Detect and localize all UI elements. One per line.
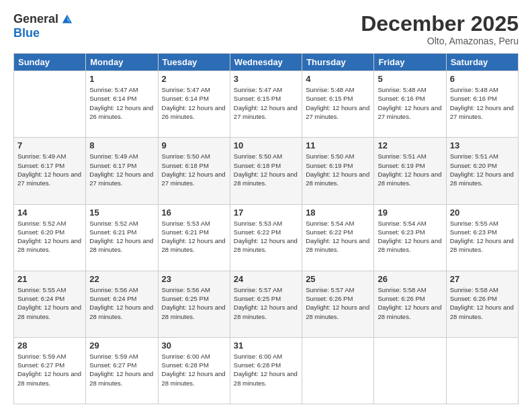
day-info: Sunrise: 5:51 AM Sunset: 6:19 PM Dayligh… (378, 152, 442, 187)
day-number: 11 (306, 140, 370, 150)
day-info: Sunrise: 5:51 AM Sunset: 6:20 PM Dayligh… (450, 152, 515, 187)
day-info: Sunrise: 5:47 AM Sunset: 6:15 PM Dayligh… (234, 85, 298, 121)
col-sunday: Sunday (14, 54, 86, 71)
day-cell: 29Sunrise: 5:59 AM Sunset: 6:27 PM Dayli… (86, 337, 158, 404)
col-friday: Friday (374, 54, 446, 71)
day-number: 23 (162, 274, 226, 284)
day-number: 20 (450, 208, 515, 218)
header: General Blue December 2025 Olto, Amazona… (13, 12, 519, 46)
day-number: 27 (450, 274, 515, 284)
day-info: Sunrise: 5:58 AM Sunset: 6:26 PM Dayligh… (450, 285, 515, 321)
day-number: 10 (234, 140, 298, 150)
day-number: 5 (378, 74, 442, 84)
week-row-3: 14Sunrise: 5:52 AM Sunset: 6:20 PM Dayli… (14, 204, 519, 271)
day-cell: 8Sunrise: 5:49 AM Sunset: 6:17 PM Daylig… (86, 138, 158, 204)
day-cell: 3Sunrise: 5:47 AM Sunset: 6:15 PM Daylig… (230, 71, 302, 138)
day-cell: 17Sunrise: 5:53 AM Sunset: 6:22 PM Dayli… (230, 204, 302, 271)
title-section: December 2025 Olto, Amazonas, Peru (361, 12, 519, 46)
day-info: Sunrise: 5:55 AM Sunset: 6:24 PM Dayligh… (17, 285, 82, 321)
day-cell: 1Sunrise: 5:47 AM Sunset: 6:14 PM Daylig… (86, 71, 158, 138)
day-info: Sunrise: 5:53 AM Sunset: 6:22 PM Dayligh… (234, 219, 298, 255)
day-info: Sunrise: 5:56 AM Sunset: 6:25 PM Dayligh… (162, 285, 226, 321)
day-cell: 26Sunrise: 5:58 AM Sunset: 6:26 PM Dayli… (374, 271, 446, 337)
day-cell: 7Sunrise: 5:49 AM Sunset: 6:17 PM Daylig… (14, 138, 86, 204)
day-cell: 12Sunrise: 5:51 AM Sunset: 6:19 PM Dayli… (374, 138, 446, 204)
day-info: Sunrise: 5:50 AM Sunset: 6:18 PM Dayligh… (234, 152, 298, 187)
logo: General Blue (13, 12, 73, 40)
day-cell: 4Sunrise: 5:48 AM Sunset: 6:15 PM Daylig… (302, 71, 374, 138)
day-info: Sunrise: 5:55 AM Sunset: 6:23 PM Dayligh… (450, 219, 515, 255)
day-cell: 5Sunrise: 5:48 AM Sunset: 6:16 PM Daylig… (374, 71, 446, 138)
day-number: 7 (17, 140, 82, 150)
day-info: Sunrise: 5:49 AM Sunset: 6:17 PM Dayligh… (17, 152, 82, 187)
day-number: 29 (89, 340, 154, 351)
day-cell (446, 337, 518, 404)
day-cell: 13Sunrise: 5:51 AM Sunset: 6:20 PM Dayli… (446, 138, 518, 204)
day-number: 15 (89, 208, 154, 218)
day-cell: 25Sunrise: 5:57 AM Sunset: 6:26 PM Dayli… (302, 271, 374, 337)
day-cell: 14Sunrise: 5:52 AM Sunset: 6:20 PM Dayli… (14, 204, 86, 271)
day-cell: 21Sunrise: 5:55 AM Sunset: 6:24 PM Dayli… (14, 271, 86, 337)
day-number: 14 (17, 208, 82, 218)
day-cell (374, 337, 446, 404)
day-number: 18 (306, 208, 370, 218)
logo-blue-text: Blue (13, 26, 40, 40)
day-info: Sunrise: 5:48 AM Sunset: 6:15 PM Dayligh… (306, 85, 370, 121)
day-number: 25 (306, 274, 370, 284)
day-number: 16 (162, 208, 226, 218)
calendar-table: Sunday Monday Tuesday Wednesday Thursday… (13, 53, 519, 404)
day-number: 30 (162, 340, 226, 351)
day-cell: 24Sunrise: 5:57 AM Sunset: 6:25 PM Dayli… (230, 271, 302, 337)
col-saturday: Saturday (446, 54, 518, 71)
day-cell: 28Sunrise: 5:59 AM Sunset: 6:27 PM Dayli… (14, 337, 86, 404)
day-info: Sunrise: 5:52 AM Sunset: 6:20 PM Dayligh… (17, 219, 82, 255)
col-thursday: Thursday (302, 54, 374, 71)
day-cell: 11Sunrise: 5:50 AM Sunset: 6:19 PM Dayli… (302, 138, 374, 204)
day-cell: 27Sunrise: 5:58 AM Sunset: 6:26 PM Dayli… (446, 271, 518, 337)
day-cell: 18Sunrise: 5:54 AM Sunset: 6:22 PM Dayli… (302, 204, 374, 271)
day-info: Sunrise: 5:48 AM Sunset: 6:16 PM Dayligh… (378, 85, 442, 121)
day-info: Sunrise: 5:54 AM Sunset: 6:23 PM Dayligh… (378, 219, 442, 255)
week-row-1: 1Sunrise: 5:47 AM Sunset: 6:14 PM Daylig… (14, 71, 519, 138)
day-number: 24 (234, 274, 298, 284)
day-number: 8 (89, 140, 154, 150)
day-cell: 20Sunrise: 5:55 AM Sunset: 6:23 PM Dayli… (446, 204, 518, 271)
day-info: Sunrise: 5:57 AM Sunset: 6:25 PM Dayligh… (234, 285, 298, 321)
day-number: 4 (306, 74, 370, 84)
day-info: Sunrise: 5:56 AM Sunset: 6:24 PM Dayligh… (89, 285, 154, 321)
col-wednesday: Wednesday (230, 54, 302, 71)
col-tuesday: Tuesday (158, 54, 230, 71)
day-info: Sunrise: 5:47 AM Sunset: 6:14 PM Dayligh… (89, 85, 154, 121)
logo-icon (61, 13, 73, 26)
day-info: Sunrise: 5:54 AM Sunset: 6:22 PM Dayligh… (306, 219, 370, 255)
day-cell: 2Sunrise: 5:47 AM Sunset: 6:14 PM Daylig… (158, 71, 230, 138)
day-info: Sunrise: 5:50 AM Sunset: 6:18 PM Dayligh… (162, 152, 226, 187)
day-cell: 6Sunrise: 5:48 AM Sunset: 6:16 PM Daylig… (446, 71, 518, 138)
day-number: 3 (234, 74, 298, 84)
day-info: Sunrise: 5:50 AM Sunset: 6:19 PM Dayligh… (306, 152, 370, 187)
day-number: 28 (17, 340, 82, 351)
day-number: 6 (450, 74, 515, 84)
day-cell (14, 71, 86, 138)
day-cell: 10Sunrise: 5:50 AM Sunset: 6:18 PM Dayli… (230, 138, 302, 204)
location-subtitle: Olto, Amazonas, Peru (361, 36, 519, 46)
logo-general-text: General (13, 12, 58, 26)
day-number: 17 (234, 208, 298, 218)
day-info: Sunrise: 6:00 AM Sunset: 6:28 PM Dayligh… (234, 352, 298, 387)
day-cell: 16Sunrise: 5:53 AM Sunset: 6:21 PM Dayli… (158, 204, 230, 271)
day-info: Sunrise: 5:49 AM Sunset: 6:17 PM Dayligh… (89, 152, 154, 187)
day-info: Sunrise: 5:53 AM Sunset: 6:21 PM Dayligh… (162, 219, 226, 255)
day-number: 13 (450, 140, 515, 150)
day-cell: 31Sunrise: 6:00 AM Sunset: 6:28 PM Dayli… (230, 337, 302, 404)
col-monday: Monday (86, 54, 158, 71)
week-row-4: 21Sunrise: 5:55 AM Sunset: 6:24 PM Dayli… (14, 271, 519, 337)
day-number: 21 (17, 274, 82, 284)
day-number: 19 (378, 208, 442, 218)
day-info: Sunrise: 5:57 AM Sunset: 6:26 PM Dayligh… (306, 285, 370, 321)
day-info: Sunrise: 5:59 AM Sunset: 6:27 PM Dayligh… (89, 352, 154, 387)
day-cell: 9Sunrise: 5:50 AM Sunset: 6:18 PM Daylig… (158, 138, 230, 204)
month-title: December 2025 (361, 12, 519, 36)
day-number: 31 (234, 340, 298, 351)
week-row-5: 28Sunrise: 5:59 AM Sunset: 6:27 PM Dayli… (14, 337, 519, 404)
week-row-2: 7Sunrise: 5:49 AM Sunset: 6:17 PM Daylig… (14, 138, 519, 204)
